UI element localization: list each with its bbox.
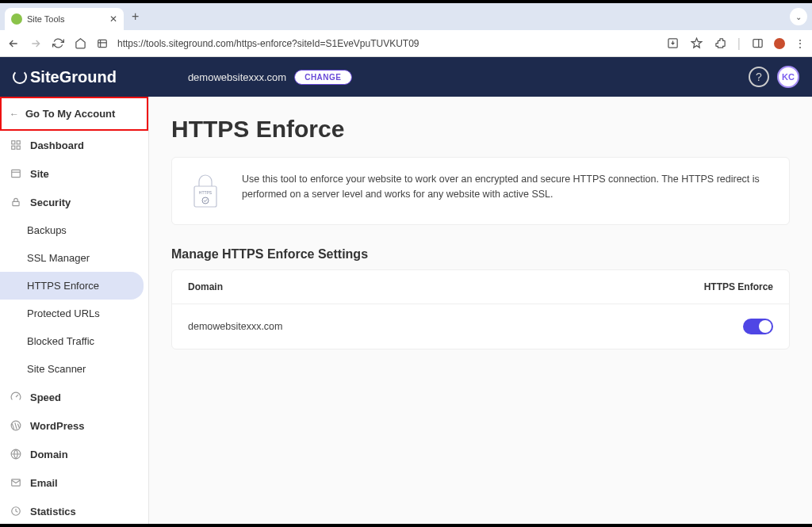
svg-rect-4 [17, 141, 20, 144]
tab-close-icon[interactable]: ✕ [109, 13, 117, 25]
https-lock-icon: HTTPS [190, 172, 221, 210]
sidebar-item-label: Backups [27, 224, 67, 236]
sidebar-item-label: WordPress [30, 420, 84, 432]
table-header-row: Domain HTTPS Enforce [172, 270, 789, 304]
bookmark-star-icon[interactable] [690, 36, 704, 51]
sidebar-item-label: Blocked Traffic [27, 335, 94, 347]
sidebar-item-blocked-traffic[interactable]: Blocked Traffic [0, 327, 148, 355]
user-avatar[interactable]: KC [777, 66, 799, 88]
reload-icon[interactable] [51, 36, 65, 51]
bottom-black-bar [0, 524, 812, 527]
browser-toolbar: https://tools.siteground.com/https-enfor… [0, 30, 812, 57]
sidebar: ← Go To My Account Dashboard Site Securi… [0, 97, 149, 524]
logo-text: SiteGround [30, 68, 117, 86]
url-bar[interactable]: https://tools.siteground.com/https-enfor… [117, 38, 658, 49]
sidebar-item-label: Domain [30, 449, 68, 460]
forward-icon[interactable] [29, 36, 43, 51]
sidebar-item-protected-urls[interactable]: Protected URLs [0, 300, 148, 327]
sidebar-item-label: Protected URLs [27, 307, 100, 319]
sidebar-item-label: Dashboard [30, 139, 84, 151]
sidebar-item-https-enforce[interactable]: HTTPS Enforce [0, 272, 144, 300]
table-row: demowebsitexxx.com [172, 304, 789, 349]
help-icon[interactable]: ? [749, 67, 769, 87]
col-domain-header: Domain [188, 281, 704, 292]
main-content: HTTPS Enforce HTTPS Use this tool to enf… [149, 97, 812, 524]
change-domain-button[interactable]: CHANGE [294, 70, 351, 85]
window-dropdown-icon[interactable]: ⌄ [790, 8, 807, 25]
sidebar-item-label: Site Scanner [27, 363, 86, 375]
svg-rect-6 [17, 146, 20, 149]
svg-rect-7 [12, 170, 21, 177]
sidebar-item-label: HTTPS Enforce [27, 280, 99, 292]
app-header: SiteGround demowebsitexxx.com CHANGE ? K… [0, 57, 812, 97]
section-title: Manage HTTPS Enforce Settings [171, 247, 790, 262]
sidebar-item-dashboard[interactable]: Dashboard [0, 131, 148, 159]
dashboard-icon [10, 139, 22, 151]
goto-label: Go To My Account [25, 108, 115, 120]
sidebar-item-domain[interactable]: Domain [0, 440, 148, 468]
install-app-icon[interactable] [666, 36, 680, 51]
siteground-logo[interactable]: SiteGround [13, 68, 117, 86]
lock-https-label: HTTPS [199, 190, 213, 195]
info-card: HTTPS Use this tool to enforce your webs… [171, 157, 790, 225]
sidebar-item-ssl-manager[interactable]: SSL Manager [0, 244, 148, 272]
email-icon [10, 476, 22, 489]
new-tab-button[interactable]: + [132, 10, 139, 24]
extension-badge-icon[interactable] [774, 38, 785, 49]
sidebar-item-label: Site [30, 168, 49, 180]
svg-rect-3 [12, 141, 15, 144]
tab-title: Site Tools [27, 14, 105, 24]
sidebar-item-label: SSL Manager [27, 252, 90, 264]
svg-rect-8 [13, 201, 19, 205]
wordpress-icon [10, 419, 22, 432]
site-settings-icon[interactable] [95, 36, 109, 51]
sidebar-item-speed[interactable]: Speed [0, 383, 148, 411]
sidebar-item-label: Statistics [30, 506, 76, 517]
speed-icon [10, 391, 22, 403]
tab-favicon [11, 13, 22, 25]
sidebar-item-site[interactable]: Site [0, 159, 148, 188]
globe-icon [10, 448, 22, 460]
enforce-table: Domain HTTPS Enforce demowebsitexxx.com [171, 269, 790, 349]
lock-icon [10, 196, 22, 208]
svg-point-14 [202, 197, 209, 204]
home-icon[interactable] [73, 36, 87, 51]
sidebar-item-backups[interactable]: Backups [0, 216, 148, 244]
sidebar-item-email[interactable]: Email [0, 468, 148, 497]
menu-kebab-icon[interactable]: ⋮ [795, 37, 806, 50]
sidebar-item-label: Speed [30, 391, 61, 403]
current-domain: demowebsitexxx.com [188, 71, 286, 83]
logo-swirl-icon [13, 70, 27, 84]
https-enforce-toggle[interactable] [743, 319, 773, 334]
statistics-icon [10, 505, 22, 517]
browser-tabstrip: Site Tools ✕ + ⌄ [0, 3, 812, 30]
back-arrow-icon: ← [10, 109, 19, 120]
sidebar-item-statistics[interactable]: Statistics [0, 497, 148, 524]
info-text: Use this tool to enforce your website to… [242, 172, 772, 202]
row-domain: demowebsitexxx.com [188, 321, 743, 332]
sidebar-item-site-scanner[interactable]: Site Scanner [0, 355, 148, 383]
toggle-knob [759, 320, 772, 333]
back-icon[interactable] [6, 36, 21, 51]
svg-rect-2 [753, 40, 761, 48]
url-text: https://tools.siteground.com/https-enfor… [117, 38, 419, 49]
side-panel-icon[interactable] [750, 36, 764, 51]
sidebar-item-label: Security [30, 197, 71, 208]
sidebar-item-security[interactable]: Security [0, 188, 148, 216]
col-enforce-header: HTTPS Enforce [704, 281, 773, 292]
page-title: HTTPS Enforce [171, 116, 790, 143]
svg-rect-5 [12, 146, 15, 149]
site-icon [10, 167, 22, 180]
extensions-icon[interactable] [714, 36, 728, 51]
sidebar-item-wordpress[interactable]: WordPress [0, 411, 148, 440]
sidebar-item-label: Email [30, 477, 58, 489]
svg-rect-0 [98, 40, 107, 47]
go-to-my-account-link[interactable]: ← Go To My Account [0, 97, 148, 131]
browser-tab[interactable]: Site Tools ✕ [5, 8, 124, 30]
